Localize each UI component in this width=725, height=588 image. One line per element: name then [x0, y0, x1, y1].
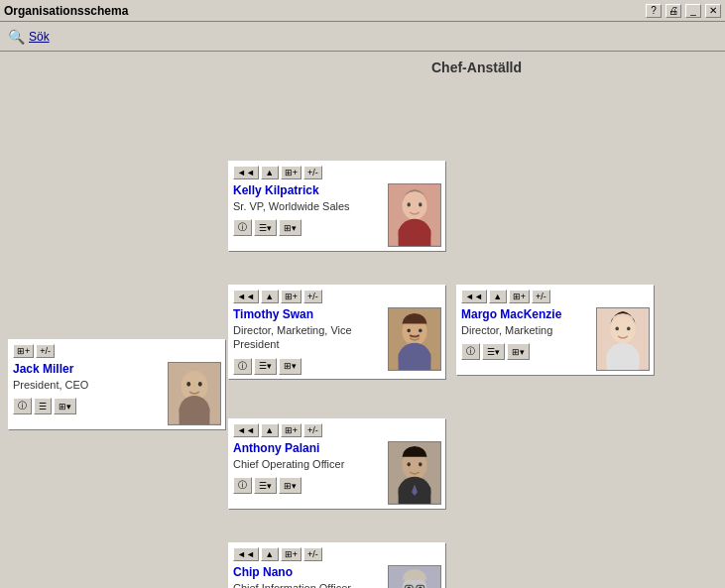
card-jack-btn-grid[interactable]: ⊞+	[13, 344, 34, 358]
card-margo-content: Margo MacKenzie Director, Marketing ⓘ ☰▾…	[461, 307, 650, 371]
card-anthony-content: Anthony Palani Chief Operating Officer ⓘ…	[233, 441, 441, 505]
card-anthony-btn-grid[interactable]: ⊞+	[281, 423, 302, 437]
card-timothy-btn-grid[interactable]: ⊞+	[281, 290, 302, 303]
section-header: Chef-Anställd	[228, 59, 725, 75]
card-kelly-btn-toggle[interactable]: +/-	[303, 166, 322, 179]
card-kelly-btn-back[interactable]: ◄◄	[233, 166, 259, 179]
card-kelly-org-btn[interactable]: ⊞▾	[279, 219, 302, 236]
main-content: Chef-Anställd ⊞+ +/- Jack Miller Preside…	[0, 52, 725, 588]
card-anthony-btn-back[interactable]: ◄◄	[233, 423, 259, 437]
card-jack-info-btn[interactable]: ⓘ	[13, 398, 32, 414]
card-kelly-inner: ◄◄ ▲ ⊞+ +/- Kelly Kilpatrick Sr. VP, Wor…	[229, 162, 445, 251]
card-anthony-inner: ◄◄ ▲ ⊞+ +/- Anthony Palani Chief Operati…	[229, 419, 445, 509]
card-jack-title: President, CEO	[13, 378, 160, 392]
card-chip-btn-up[interactable]: ▲	[261, 547, 279, 561]
title-bar-controls: ? 🖨 _ ✕	[646, 4, 721, 18]
card-jack-list-btn[interactable]: ☰	[34, 398, 52, 414]
card-timothy-org-btn[interactable]: ⊞▾	[279, 358, 302, 375]
card-margo-btn-grid[interactable]: ⊞+	[509, 290, 530, 303]
search-link[interactable]: Sök	[29, 30, 50, 44]
svg-rect-5	[180, 407, 210, 424]
card-anthony-btn-up[interactable]: ▲	[261, 423, 279, 437]
card-kelly: ◄◄ ▲ ⊞+ +/- Kelly Kilpatrick Sr. VP, Wor…	[228, 161, 446, 252]
svg-point-15	[419, 328, 422, 332]
svg-point-14	[407, 328, 410, 332]
card-chip: ◄◄ ▲ ⊞+ +/- Chip Nano Chief Information …	[228, 542, 446, 588]
card-jack-toolbar: ⊞+ +/-	[13, 344, 221, 358]
svg-point-8	[407, 202, 410, 206]
card-margo-btn-up[interactable]: ▲	[489, 290, 507, 303]
close-button[interactable]: ✕	[705, 4, 721, 18]
card-kelly-info-btn[interactable]: ⓘ	[233, 219, 252, 236]
card-anthony-info: Anthony Palani Chief Operating Officer ⓘ…	[233, 441, 380, 505]
card-kelly-list-btn[interactable]: ☰▾	[254, 219, 277, 236]
card-anthony-name: Anthony Palani	[233, 441, 380, 455]
card-jack-inner: ⊞+ +/- Jack Miller President, CEO ⓘ ☰ ⊞▾	[9, 340, 225, 429]
card-timothy-info: Timothy Swan Director, Marketing, Vice P…	[233, 307, 380, 375]
card-timothy-info-btn[interactable]: ⓘ	[233, 358, 252, 375]
card-margo-title: Director, Marketing	[461, 323, 588, 337]
svg-point-21	[419, 462, 422, 466]
card-anthony-actions: ⓘ ☰▾ ⊞▾	[233, 477, 380, 494]
card-margo-actions: ⓘ ☰▾ ⊞▾	[461, 343, 588, 360]
card-anthony-list-btn[interactable]: ☰▾	[254, 477, 277, 494]
svg-point-3	[198, 382, 202, 387]
card-margo-info-btn[interactable]: ⓘ	[461, 343, 480, 360]
card-timothy-list-btn[interactable]: ☰▾	[254, 358, 277, 375]
card-jack-photo	[168, 362, 221, 425]
card-kelly-actions: ⓘ ☰▾ ⊞▾	[233, 219, 380, 236]
card-anthony-toolbar: ◄◄ ▲ ⊞+ +/-	[233, 423, 441, 437]
card-anthony-info-btn[interactable]: ⓘ	[233, 477, 252, 494]
svg-point-37	[627, 326, 630, 330]
card-kelly-name: Kelly Kilpatrick	[233, 183, 380, 197]
svg-rect-17	[399, 352, 431, 370]
card-chip-content: Chip Nano Chief Information Officer ⓘ ☰▾	[233, 565, 441, 588]
card-jack-org-btn[interactable]: ⊞▾	[54, 398, 76, 414]
card-kelly-btn-up[interactable]: ▲	[261, 166, 279, 179]
card-margo-inner: ◄◄ ▲ ⊞+ +/- Margo MacKenzie Director, Ma…	[457, 286, 654, 375]
svg-rect-11	[399, 228, 431, 246]
card-margo-btn-back[interactable]: ◄◄	[461, 290, 487, 303]
svg-rect-39	[607, 352, 640, 370]
svg-point-35	[610, 316, 635, 343]
app-title: Organisationsschema	[4, 4, 128, 18]
search-icon: 🔍	[8, 29, 25, 45]
card-timothy-content: Timothy Swan Director, Marketing, Vice P…	[233, 307, 441, 375]
card-timothy-btn-up[interactable]: ▲	[261, 290, 279, 303]
card-timothy-btn-back[interactable]: ◄◄	[233, 290, 259, 303]
card-margo-name: Margo MacKenzie	[461, 307, 588, 321]
card-timothy: ◄◄ ▲ ⊞+ +/- Timothy Swan Director, Marke…	[228, 285, 446, 380]
card-chip-toolbar: ◄◄ ▲ ⊞+ +/-	[233, 547, 441, 561]
help-button[interactable]: ?	[646, 4, 662, 18]
card-anthony-org-btn[interactable]: ⊞▾	[279, 477, 302, 494]
card-chip-btn-back[interactable]: ◄◄	[233, 547, 259, 561]
card-margo: ◄◄ ▲ ⊞+ +/- Margo MacKenzie Director, Ma…	[456, 285, 655, 376]
print-button[interactable]: 🖨	[665, 4, 681, 18]
card-kelly-btn-grid[interactable]: ⊞+	[281, 166, 302, 179]
card-timothy-btn-toggle[interactable]: +/-	[303, 290, 322, 303]
card-jack-content: Jack Miller President, CEO ⓘ ☰ ⊞▾	[13, 362, 221, 425]
card-jack-name: Jack Miller	[13, 362, 160, 376]
card-kelly-info: Kelly Kilpatrick Sr. VP, Worldwide Sales…	[233, 183, 380, 247]
svg-point-36	[615, 326, 618, 330]
card-margo-org-btn[interactable]: ⊞▾	[507, 343, 530, 360]
card-kelly-title: Sr. VP, Worldwide Sales	[233, 199, 380, 213]
card-chip-btn-grid[interactable]: ⊞+	[281, 547, 302, 561]
card-jack-btn-toggle[interactable]: +/-	[36, 344, 55, 358]
card-margo-list-btn[interactable]: ☰▾	[482, 343, 505, 360]
card-timothy-photo	[388, 307, 441, 371]
svg-point-7	[402, 191, 426, 220]
card-kelly-content: Kelly Kilpatrick Sr. VP, Worldwide Sales…	[233, 183, 441, 247]
card-chip-name: Chip Nano	[233, 565, 380, 579]
card-jack: ⊞+ +/- Jack Miller President, CEO ⓘ ☰ ⊞▾	[8, 339, 226, 430]
card-anthony-btn-toggle[interactable]: +/-	[303, 423, 322, 437]
svg-point-2	[186, 382, 190, 387]
minimize-button[interactable]: _	[685, 4, 701, 18]
card-margo-btn-toggle[interactable]: +/-	[532, 290, 550, 303]
svg-point-20	[407, 462, 410, 466]
card-timothy-title: Director, Marketing, Vice President	[233, 323, 380, 352]
toolbar: 🔍 Sök	[0, 22, 725, 52]
card-anthony-photo	[388, 441, 441, 505]
search-area: 🔍 Sök	[8, 29, 50, 45]
card-chip-btn-toggle[interactable]: +/-	[303, 547, 322, 561]
